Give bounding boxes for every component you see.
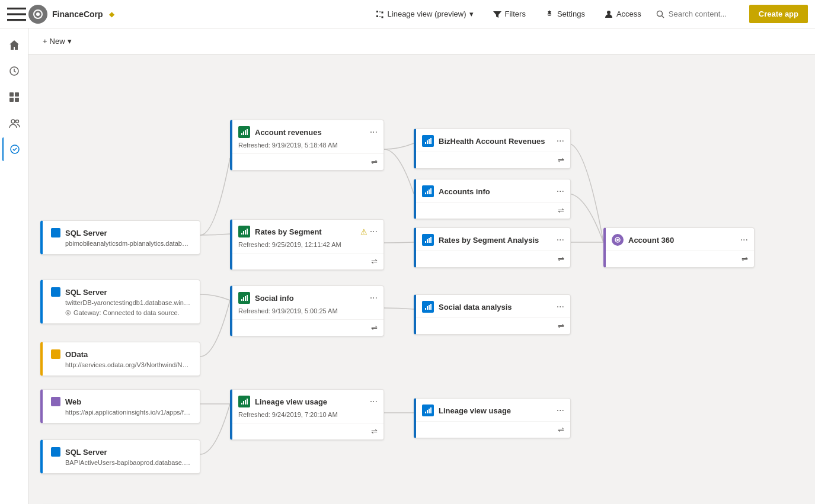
- svg-rect-21: [243, 231, 244, 235]
- svg-point-13: [11, 120, 15, 123]
- plus-icon: +: [43, 37, 47, 46]
- dataset-footer: ⇌: [232, 423, 383, 439]
- sidebar-item-browse[interactable]: [2, 85, 26, 109]
- dataset-more-button[interactable]: ···: [370, 396, 378, 407]
- dataset-refresh: Refreshed: 9/19/2019, 5:18:48 AM: [232, 142, 383, 153]
- svg-rect-23: [247, 229, 248, 235]
- source-sql3: SQL Server BAPIActiveUsers-bapibaoprod.d…: [40, 439, 200, 474]
- top-nav: FinanceCorp ◆ Lineage view (preview) ▾ F…: [0, 0, 815, 28]
- svg-rect-11: [9, 98, 14, 102]
- diamond-icon: ◆: [109, 10, 114, 18]
- svg-point-14: [15, 120, 18, 123]
- report-more-button[interactable]: ···: [557, 235, 564, 245]
- search-area[interactable]: [656, 9, 740, 19]
- sidebar-item-people[interactable]: [2, 111, 26, 135]
- report-title: Social data analysis: [439, 303, 557, 312]
- report-more-button[interactable]: ···: [557, 136, 564, 146]
- source-odata: OData http://services.odata.org/V3/North…: [40, 342, 200, 376]
- source-subtitle: BAPIActiveUsers-bapibaoprod.database.win…: [51, 459, 191, 466]
- svg-rect-28: [241, 403, 242, 405]
- report-accounts-info: Accounts info ··· ⇌: [414, 179, 571, 219]
- report-title: Rates by Segment Analysis: [439, 236, 557, 245]
- dataset-refresh: Refreshed: 9/25/2019, 12:11:42 AM: [232, 241, 383, 253]
- svg-rect-51: [430, 304, 432, 310]
- dataset-refresh: Refreshed: 9/19/2019, 5:00:25 AM: [232, 307, 383, 319]
- transfer-icon: ⇌: [558, 425, 564, 434]
- report-footer: ⇌: [416, 251, 570, 267]
- sidebar: [0, 28, 28, 504]
- dataset-lineage-view: Lineage view usage ··· Refreshed: 9/24/2…: [230, 389, 384, 440]
- app-name: FinanceCorp: [52, 9, 103, 19]
- svg-rect-54: [429, 409, 430, 413]
- dataset-more-button[interactable]: ···: [370, 293, 378, 303]
- sidebar-item-recent[interactable]: [2, 59, 26, 83]
- dataset-footer: ⇌: [232, 319, 383, 336]
- dataset-icon: [238, 126, 250, 138]
- source-sql2: SQL Server twitterDB-yaronctestingdb1.da…: [40, 280, 200, 324]
- dataset-social-info: Social info ··· Refreshed: 9/19/2019, 5:…: [230, 285, 384, 336]
- report-icon: [422, 301, 434, 313]
- svg-rect-45: [427, 239, 428, 243]
- create-app-button[interactable]: Create app: [749, 5, 808, 23]
- report-bizhealth: BizHealth Account Revenues ··· ⇌: [414, 129, 571, 169]
- svg-rect-29: [243, 401, 244, 405]
- new-button[interactable]: + New ▾: [38, 34, 76, 48]
- sidebar-item-active[interactable]: [2, 137, 26, 161]
- access-button[interactable]: Access: [599, 7, 646, 21]
- gateway-icon: ◎: [65, 309, 71, 316]
- report-footer: ⇌: [416, 421, 570, 438]
- report-more-button[interactable]: ···: [557, 186, 564, 197]
- report-social: Social data analysis ··· ⇌: [414, 294, 571, 335]
- sql-icon: [51, 287, 60, 297]
- transfer-icon: ⇌: [371, 158, 378, 166]
- report-more-button[interactable]: ···: [557, 301, 564, 312]
- svg-rect-49: [427, 306, 428, 310]
- dataset-more-button[interactable]: ···: [370, 127, 378, 137]
- transfer-icon: ⇌: [558, 156, 564, 165]
- lineage-container: SQL Server pbimobileanalyticsdm-pbianaly…: [40, 66, 815, 504]
- svg-rect-52: [425, 412, 426, 413]
- source-sql1: SQL Server pbimobileanalyticsdm-pbianaly…: [40, 220, 200, 255]
- svg-rect-48: [425, 308, 426, 310]
- svg-rect-47: [430, 237, 432, 243]
- report-icon: [422, 405, 434, 416]
- search-input[interactable]: [669, 9, 740, 18]
- svg-rect-9: [9, 92, 14, 97]
- dataset-more-button[interactable]: ···: [370, 226, 378, 237]
- canvas[interactable]: SQL Server pbimobileanalyticsdm-pbianaly…: [28, 54, 815, 504]
- svg-rect-2: [7, 19, 26, 21]
- dataset-title: Social info: [255, 294, 370, 303]
- dataset-title: Account revenues: [255, 128, 370, 137]
- source-title: SQL Server: [65, 288, 107, 297]
- svg-rect-40: [425, 192, 426, 194]
- report-title: Accounts info: [439, 187, 557, 196]
- settings-button[interactable]: Settings: [540, 7, 590, 21]
- app-title: Account 360: [628, 236, 740, 245]
- web-icon: [51, 397, 60, 406]
- app-icon: [612, 234, 624, 246]
- dataset-icon: [238, 396, 250, 407]
- svg-rect-12: [15, 98, 19, 102]
- hamburger-button[interactable]: [7, 5, 26, 24]
- svg-rect-22: [245, 230, 246, 235]
- source-web1: Web https://api.applicationinsights.io/v…: [40, 389, 200, 423]
- svg-rect-20: [241, 233, 242, 235]
- svg-rect-10: [15, 92, 19, 97]
- report-icon: [422, 135, 434, 147]
- svg-rect-30: [245, 400, 246, 405]
- report-icon: [422, 234, 434, 246]
- report-lineage: Lineage view usage ··· ⇌: [414, 398, 571, 438]
- sidebar-item-home[interactable]: [2, 33, 26, 57]
- svg-rect-17: [243, 131, 244, 135]
- source-title: SQL Server: [65, 229, 107, 237]
- svg-rect-50: [429, 305, 430, 310]
- lineage-view-button[interactable]: Lineage view (preview) ▾: [370, 7, 478, 21]
- filters-button[interactable]: Filters: [488, 7, 530, 21]
- source-subtitle: twitterDB-yaronctestingdb1.database.wind…: [51, 299, 191, 306]
- dataset-icon: [238, 226, 250, 237]
- svg-rect-42: [429, 190, 430, 194]
- report-more-button[interactable]: ···: [557, 405, 564, 416]
- svg-rect-36: [425, 142, 426, 144]
- svg-rect-24: [241, 299, 242, 301]
- app-more-button[interactable]: ···: [740, 235, 748, 245]
